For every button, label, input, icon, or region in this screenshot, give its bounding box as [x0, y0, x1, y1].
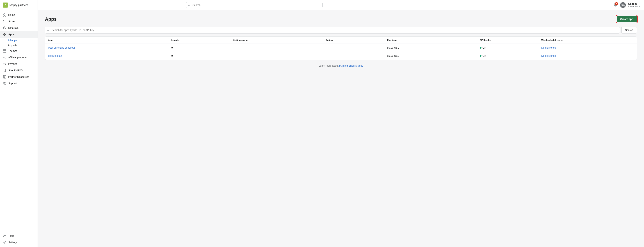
sub-nav-all-apps[interactable]: All apps [8, 38, 38, 43]
apps-icon [3, 33, 6, 36]
svg-point-13 [5, 58, 6, 59]
topbar-search-icon [188, 3, 190, 7]
table-header: App Installs Listing status Rating Earni… [45, 37, 637, 44]
svg-rect-7 [5, 33, 6, 34]
affiliate-icon [3, 56, 6, 59]
team-icon [3, 234, 6, 238]
api-health-value: OK [482, 54, 486, 57]
apps-table: App Installs Listing status Rating Earni… [45, 36, 637, 60]
sidebar-item-label: Apps [8, 33, 14, 36]
sidebar-item-apps[interactable]: Apps [0, 31, 38, 38]
svg-line-30 [190, 5, 190, 6]
resources-icon [3, 75, 6, 79]
sidebar-item-payouts[interactable]: Payouts [0, 61, 38, 67]
content-area: Apps Create app Search App Installs L [38, 10, 644, 247]
svg-rect-2 [3, 21, 6, 23]
apps-sub-nav: All apps App ads [0, 38, 38, 48]
status-ok-dot [480, 47, 482, 49]
svg-rect-9 [5, 35, 6, 36]
webhook-deliveries-cell[interactable]: No deliveries [541, 54, 634, 57]
sidebar-item-label: Affiliate program [8, 56, 26, 59]
app-name-link[interactable]: product quiz [48, 54, 171, 57]
svg-point-11 [4, 57, 4, 58]
main-area: 8 GA Gadget Ehmer Asim Apps Create app [38, 0, 644, 247]
sidebar-item-label: Support [8, 82, 17, 85]
col-header-installs: Installs [171, 39, 233, 41]
col-header-webhook-deliveries[interactable]: Webhook deliveries [541, 39, 634, 41]
col-header-listing-status: Listing status [233, 39, 326, 41]
table-row: Post purchase checkout 0 - - $0.00 USD O… [45, 44, 637, 52]
sidebar-item-label: Shopify POS [8, 69, 23, 72]
main-nav: Home Stores Referrals Apps [0, 10, 38, 231]
avatar[interactable]: GA [620, 2, 626, 8]
sidebar-item-label: Home [8, 14, 15, 16]
create-app-button[interactable]: Create app [617, 16, 637, 22]
sidebar-item-stores[interactable]: Stores [0, 18, 38, 25]
app-search-icon [47, 29, 50, 32]
logo[interactable]: S shopify partners [0, 0, 38, 10]
notification-badge: 8 [615, 2, 618, 5]
search-button[interactable]: Search [621, 27, 637, 34]
api-health-cell: OK [480, 54, 541, 57]
svg-line-32 [49, 30, 50, 31]
user-email: Ehmer Asim [628, 5, 640, 8]
sidebar-item-label: Payouts [8, 63, 18, 65]
svg-point-12 [5, 56, 6, 57]
sidebar-bottom-nav: Team Settings [0, 231, 38, 247]
sidebar-item-shopify-pos[interactable]: Shopify POS [0, 67, 38, 74]
webhook-deliveries-cell[interactable]: No deliveries [541, 46, 634, 49]
shopify-logo-icon: S [3, 3, 8, 8]
svg-line-15 [4, 58, 5, 58]
table-row: product quiz 0 - - $0.00 USD OK No deliv… [45, 52, 637, 60]
app-search-input[interactable] [45, 27, 620, 34]
sidebar-item-partner-resources[interactable]: Partner Resources [0, 74, 38, 80]
topbar-right: 8 GA Gadget Ehmer Asim [613, 2, 640, 8]
svg-rect-16 [3, 63, 6, 65]
home-icon [3, 13, 6, 17]
sidebar-item-themes[interactable]: Themes [0, 48, 38, 54]
sidebar: S shopify partners Home Stores [0, 0, 38, 247]
svg-point-27 [5, 235, 6, 236]
pos-icon [3, 69, 6, 72]
topbar-search-input[interactable] [186, 2, 322, 8]
support-icon [3, 82, 6, 85]
brand-name: shopify partners [9, 4, 28, 7]
sidebar-item-referrals[interactable]: Referrals [0, 25, 38, 31]
rating-cell: - [326, 54, 387, 57]
sidebar-item-team[interactable]: Team [0, 232, 38, 239]
user-info: Gadget Ehmer Asim [628, 2, 640, 8]
app-search-wrap [45, 27, 620, 34]
svg-rect-10 [3, 50, 6, 52]
svg-line-14 [4, 57, 5, 57]
footer-note: Learn more about building Shopify apps [45, 64, 637, 67]
earnings-cell: $0.00 USD [387, 54, 480, 57]
api-health-value: OK [482, 46, 486, 49]
svg-point-17 [5, 64, 6, 65]
topbar-search-container [186, 2, 322, 8]
rating-cell: - [326, 46, 387, 49]
col-header-earnings: Earnings [387, 39, 480, 41]
svg-point-28 [4, 242, 5, 243]
svg-rect-19 [4, 71, 5, 72]
sidebar-item-home[interactable]: Home [0, 12, 38, 18]
sidebar-item-settings[interactable]: Settings [0, 239, 38, 245]
notification-button[interactable]: 8 [613, 2, 618, 8]
building-shopify-apps-link[interactable]: building Shopify apps [339, 64, 363, 67]
app-search-bar: Search [45, 27, 637, 34]
sidebar-item-label: Team [8, 234, 14, 237]
app-name-link[interactable]: Post purchase checkout [48, 46, 171, 49]
svg-text:S: S [4, 4, 6, 7]
svg-point-25 [4, 84, 5, 84]
themes-icon [3, 49, 6, 53]
settings-icon [3, 240, 6, 244]
installs-cell: 0 [171, 54, 233, 57]
api-health-cell: OK [480, 46, 541, 49]
svg-point-5 [4, 27, 5, 28]
sub-nav-app-ads[interactable]: App ads [8, 43, 38, 48]
col-header-rating: Rating [326, 39, 387, 41]
col-header-api-health[interactable]: API health [480, 39, 541, 41]
sidebar-item-support[interactable]: Support [0, 80, 38, 87]
sidebar-item-affiliate[interactable]: Affiliate program [0, 54, 38, 61]
user-name: Gadget [628, 2, 640, 5]
topbar-search-wrap [186, 2, 322, 8]
